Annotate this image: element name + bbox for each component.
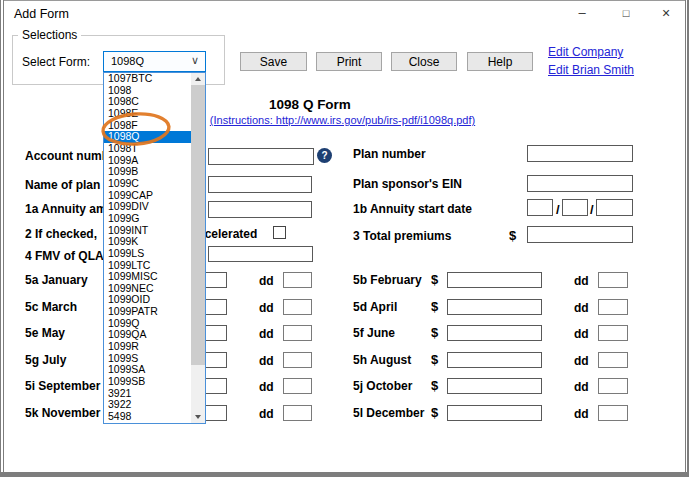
dropdown-item-1099g[interactable]: 1099G: [104, 213, 191, 225]
edit-company-link[interactable]: Edit Company: [548, 45, 623, 59]
dropdown-item-1099c[interactable]: 1099C: [104, 178, 191, 190]
edit-contact-link[interactable]: Edit Brian Smith: [548, 63, 634, 77]
scrollbar-thumb[interactable]: [191, 85, 205, 365]
currency-label: $: [431, 378, 438, 393]
minimize-icon[interactable]: –: [572, 5, 592, 22]
plan-name-input[interactable]: [208, 176, 312, 193]
select-form-label: Select Form:: [22, 55, 90, 69]
window-title: Add Form: [14, 7, 69, 21]
ein-input[interactable]: [527, 175, 633, 192]
month-amount-input[interactable]: [447, 352, 542, 368]
month-label: 5j October: [353, 379, 412, 393]
month-day-input[interactable]: [598, 352, 628, 368]
start-date-day-input[interactable]: [562, 199, 588, 216]
help-button[interactable]: Help: [467, 52, 533, 71]
dropdown-item-1098e[interactable]: 1098E: [104, 108, 191, 120]
maximize-icon[interactable]: □: [616, 5, 636, 22]
close-button[interactable]: Close: [391, 52, 457, 71]
month-amount-input[interactable]: [447, 378, 542, 394]
month-amount-input[interactable]: [447, 272, 542, 288]
dropdown-item-1097btc[interactable]: 1097BTC: [104, 73, 191, 85]
dropdown-scrollbar[interactable]: [191, 73, 205, 423]
accelerated-label-prefix: 2 If checked,: [25, 227, 97, 241]
accelerated-label-suffix: ccelerated: [198, 227, 257, 241]
month-day-input[interactable]: [598, 325, 628, 341]
close-icon[interactable]: ×: [656, 5, 676, 22]
triangle-up-icon: [195, 77, 201, 81]
currency-label: $: [431, 325, 438, 340]
day-label: dd: [574, 327, 589, 341]
plan-name-label: Name of plan: [25, 178, 100, 192]
start-date-label: 1b Annuity start date: [353, 202, 472, 216]
month-label: 5h August: [353, 353, 411, 367]
month-label: 5d April: [353, 300, 397, 314]
day-label: dd: [574, 354, 589, 368]
day-label: dd: [574, 407, 589, 421]
plan-number-input[interactable]: [527, 145, 633, 162]
fmv-input[interactable]: [208, 246, 313, 262]
currency-label: $: [431, 299, 438, 314]
chevron-down-icon[interactable]: ∨: [191, 54, 199, 67]
month-day-input[interactable]: [598, 405, 628, 421]
ein-label: Plan sponsor's EIN: [353, 177, 462, 191]
annuity-amount-input[interactable]: [208, 201, 312, 218]
dropdown-item-1099r[interactable]: 1099R: [104, 341, 191, 353]
currency-label: $: [431, 352, 438, 367]
select-form-combobox[interactable]: 1098Q ∨: [103, 51, 206, 72]
dropdown-item-5498[interactable]: 5498: [104, 411, 191, 423]
window-border-bottom: [0, 472, 689, 477]
month-label: 5l December: [353, 406, 424, 420]
date-separator: /: [590, 202, 594, 217]
month-amount-input[interactable]: [447, 299, 542, 315]
accelerated-checkbox[interactable]: [273, 226, 286, 239]
day-label: dd: [574, 380, 589, 394]
selections-legend: Selections: [18, 28, 81, 42]
currency-label: $: [431, 405, 438, 420]
day-label: dd: [574, 274, 589, 288]
total-premiums-input[interactable]: [527, 226, 633, 243]
month-label: 5b February: [353, 273, 422, 287]
month-amount-input[interactable]: [447, 325, 542, 341]
scroll-down-button[interactable]: [191, 411, 205, 423]
window-border-top: [0, 0, 689, 1]
plan-number-label: Plan number: [353, 147, 426, 161]
currency-label: $: [509, 228, 516, 243]
date-separator: /: [556, 202, 560, 217]
dropdown-item-1099sb[interactable]: 1099SB: [104, 376, 191, 388]
dropdown-item-1099ls[interactable]: 1099LS: [104, 248, 191, 260]
account-number-input[interactable]: [208, 148, 314, 165]
month-day-input[interactable]: [598, 272, 628, 288]
dropdown-item-1098t[interactable]: 1098T: [104, 143, 191, 155]
day-label: dd: [574, 301, 589, 315]
month-label: 5f June: [353, 326, 395, 340]
month-day-input[interactable]: [598, 378, 628, 394]
month-amount-input[interactable]: [447, 405, 542, 421]
scroll-up-button[interactable]: [191, 73, 205, 85]
triangle-down-icon: [195, 415, 201, 419]
form-title: 1098 Q Form: [230, 97, 390, 112]
form-dropdown-list: 1097BTC10981098C1098E1098F1098Q1098T1099…: [103, 72, 206, 424]
total-premiums-label: 3 Total premiums: [353, 229, 451, 243]
start-date-year-input[interactable]: [596, 199, 633, 216]
help-circle-icon[interactable]: ?: [317, 148, 332, 163]
combobox-value: 1098Q: [111, 55, 144, 67]
instructions-link[interactable]: (Instructions: http://www.irs.gov/pub/ir…: [205, 114, 480, 126]
print-button[interactable]: Print: [316, 52, 382, 71]
month-day-input[interactable]: [598, 299, 628, 315]
currency-label: $: [431, 272, 438, 287]
start-date-month-input[interactable]: [527, 199, 553, 216]
dropdown-items: 1097BTC10981098C1098E1098F1098Q1098T1099…: [104, 73, 191, 423]
save-button[interactable]: Save: [240, 52, 307, 71]
fmv-label: 4 FMV of QLAC: [25, 249, 112, 263]
